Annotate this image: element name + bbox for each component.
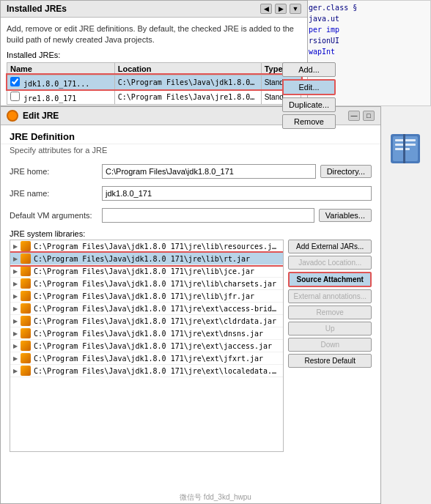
installed-jres-titlebar: Installed JREs ◀ ▶ ▼ bbox=[1, 1, 307, 18]
lib-path: C:\Program Files\Java\jdk1.8.0_171\jre\l… bbox=[34, 267, 280, 275]
jar-icon bbox=[21, 241, 31, 251]
list-item[interactable]: ▶ C:\Program Files\Java\jdk1.8.0_171\jre… bbox=[10, 340, 283, 352]
svg-rect-4 bbox=[395, 148, 410, 150]
lib-path: C:\Program Files\Java\jdk1.8.0_171\jre\e… bbox=[34, 330, 280, 338]
edit-button[interactable]: Edit... bbox=[282, 79, 336, 95]
libraries-list[interactable]: ▶ C:\Program Files\Java\jdk1.8.0_171\jre… bbox=[10, 240, 284, 452]
lib-path: C:\Program Files\Java\jdk1.8.0_171\jre\l… bbox=[34, 280, 280, 288]
expand-arrow: ▶ bbox=[13, 281, 18, 287]
jre-checkbox[interactable] bbox=[10, 77, 20, 86]
javadoc-location-button: Javadoc Location... bbox=[288, 256, 372, 270]
list-item[interactable]: ▶ C:\Program Files\Java\jdk1.8.0_171\jre… bbox=[10, 278, 283, 290]
library-buttons: Add External JARs...Javadoc Location...S… bbox=[288, 240, 372, 452]
list-item[interactable]: ▶ C:\Program Files\Java\jdk1.8.0_171\jre… bbox=[10, 265, 283, 278]
lib-path: C:\Program Files\Java\jdk1.8.0_171\jre\e… bbox=[34, 342, 280, 350]
expand-arrow: ▶ bbox=[13, 256, 18, 262]
back-btn[interactable]: ◀ bbox=[260, 4, 272, 14]
jar-icon bbox=[21, 316, 31, 326]
jre-location: C:\Program Files\Java\jdk1.8.0... bbox=[114, 75, 261, 89]
expand-arrow: ▶ bbox=[13, 305, 18, 312]
code-line-1: ger.class § bbox=[309, 2, 429, 13]
dropdown-btn[interactable]: ▼ bbox=[290, 4, 301, 14]
list-item[interactable]: ▶ C:\Program Files\Java\jdk1.8.0_171\jre… bbox=[10, 315, 283, 327]
jre-icon bbox=[7, 110, 18, 122]
list-item[interactable]: ▶ C:\Program Files\Java\jdk1.8.0_171\jre… bbox=[10, 253, 283, 265]
default-vm-args-input[interactable] bbox=[102, 208, 314, 223]
jar-icon bbox=[21, 253, 31, 264]
expand-arrow: ▶ bbox=[13, 293, 18, 300]
jre-name-label: JRE name: bbox=[10, 189, 97, 198]
jar-icon bbox=[21, 341, 31, 351]
expand-arrow: ▶ bbox=[13, 355, 18, 362]
jre-table: Name Location Type jdk1.8.0_171... C:\Pr… bbox=[7, 62, 301, 105]
table-row[interactable]: jre1.8.0_171 C:\Program Files\Java\jre1.… bbox=[7, 89, 301, 104]
default-vm-args-label: Default VM arguments: bbox=[10, 211, 97, 220]
down-button: Down bbox=[288, 338, 372, 352]
list-item[interactable]: ▶ C:\Program Files\Java\jdk1.8.0_171\jre… bbox=[10, 365, 283, 377]
lib-path: C:\Program Files\Java\jdk1.8.0_171\jre\l… bbox=[34, 292, 280, 300]
book-decoration bbox=[387, 130, 424, 167]
remove-button: Remove bbox=[288, 305, 372, 319]
list-item[interactable]: ▶ C:\Program Files\Java\jdk1.8.0_171\jre… bbox=[10, 303, 283, 315]
edit-jre-window-buttons: — □ bbox=[348, 111, 375, 121]
jre-home-row: JRE home: Directory... bbox=[1, 160, 380, 182]
list-item[interactable]: ▶ C:\Program Files\Java\jdk1.8.0_171\jre… bbox=[10, 240, 283, 253]
variables-button[interactable]: Variables... bbox=[319, 209, 372, 222]
restore-default-button[interactable]: Restore Default bbox=[288, 354, 372, 368]
jar-icon bbox=[21, 328, 31, 338]
duplicate-button[interactable]: Duplicate... bbox=[282, 97, 336, 112]
edit-jre-panel: Edit JRE — □ JRE Definition Specify attr… bbox=[0, 106, 381, 504]
jre-home-input[interactable] bbox=[102, 164, 316, 179]
lib-path: C:\Program Files\Java\jdk1.8.0_171\jre\l… bbox=[34, 242, 280, 251]
installed-jres-list-label: Installed JREs: bbox=[7, 51, 301, 59]
jre-name-input[interactable] bbox=[102, 186, 372, 201]
table-row[interactable]: jdk1.8.0_171... C:\Program Files\Java\jd… bbox=[7, 75, 301, 89]
jar-icon bbox=[21, 353, 31, 363]
remove-button[interactable]: Remove bbox=[282, 114, 336, 129]
watermark: 微信号 fdd_3kd_hwpu bbox=[0, 492, 431, 503]
expand-arrow: ▶ bbox=[13, 243, 18, 250]
expand-arrow: ▶ bbox=[13, 343, 18, 349]
list-item[interactable]: ▶ C:\Program Files\Java\jdk1.8.0_171\jre… bbox=[10, 290, 283, 303]
code-line-4: per imp bbox=[309, 24, 429, 35]
minimize-btn[interactable]: — bbox=[348, 111, 360, 121]
lib-path: C:\Program Files\Java\jdk1.8.0_171\jre\e… bbox=[34, 305, 280, 313]
forward-btn[interactable]: ▶ bbox=[275, 4, 287, 14]
lib-path: C:\Program Files\Java\jdk1.8.0_171\jre\e… bbox=[34, 367, 280, 375]
installed-jres-content: Add, remove or edit JRE definitions. By … bbox=[1, 18, 307, 111]
add-external-jars-button[interactable]: Add External JARs... bbox=[288, 240, 372, 253]
up-button: Up bbox=[288, 322, 372, 336]
jar-icon bbox=[21, 291, 31, 301]
installed-jres-side-buttons: Add... Edit... Duplicate... Remove bbox=[282, 62, 336, 129]
expand-arrow: ▶ bbox=[13, 330, 18, 337]
lib-path: C:\Program Files\Java\jdk1.8.0_171\jre\e… bbox=[34, 317, 280, 325]
expand-arrow: ▶ bbox=[13, 318, 18, 325]
installed-jres-panel: Installed JREs ◀ ▶ ▼ Add, remove or edit… bbox=[0, 0, 308, 106]
titlebar-buttons: ◀ ▶ ▼ bbox=[260, 4, 301, 14]
default-vm-args-row: Default VM arguments: Variables... bbox=[1, 204, 380, 226]
add-button[interactable]: Add... bbox=[282, 62, 336, 77]
edit-jre-title-text: Edit JRE bbox=[23, 111, 59, 121]
jre-checkbox[interactable] bbox=[10, 92, 20, 101]
jre-name-row: JRE name: bbox=[1, 182, 380, 204]
code-line-2: java.ut bbox=[309, 13, 429, 24]
lib-path: C:\Program Files\Java\jdk1.8.0_171\jre\e… bbox=[34, 355, 280, 363]
list-item[interactable]: ▶ C:\Program Files\Java\jdk1.8.0_171\jre… bbox=[10, 352, 283, 365]
external-annotations-button: External annotations... bbox=[288, 289, 372, 303]
directory-button[interactable]: Directory... bbox=[320, 165, 372, 178]
jar-icon bbox=[21, 303, 31, 314]
list-item[interactable]: ▶ C:\Program Files\Java\jdk1.8.0_171\jre… bbox=[10, 327, 283, 340]
svg-rect-5 bbox=[403, 134, 405, 163]
col-name[interactable]: Name bbox=[7, 62, 115, 75]
col-location[interactable]: Location bbox=[114, 62, 261, 75]
jre-check-name: jdk1.8.0_171... bbox=[7, 75, 115, 89]
jre-check-name: jre1.8.0_171 bbox=[7, 89, 115, 104]
edit-jre-title-container: Edit JRE bbox=[7, 110, 59, 122]
expand-arrow: ▶ bbox=[13, 368, 18, 374]
expand-arrow: ▶ bbox=[13, 268, 18, 275]
code-line-7: wapInt bbox=[309, 46, 429, 57]
code-line-5: rsionUI bbox=[309, 35, 429, 46]
source-attachment-button[interactable]: Source Attachment bbox=[288, 272, 372, 287]
jre-definition-subtitle: Specify attributes for a JRE bbox=[1, 144, 380, 160]
maximize-btn[interactable]: □ bbox=[363, 111, 375, 121]
